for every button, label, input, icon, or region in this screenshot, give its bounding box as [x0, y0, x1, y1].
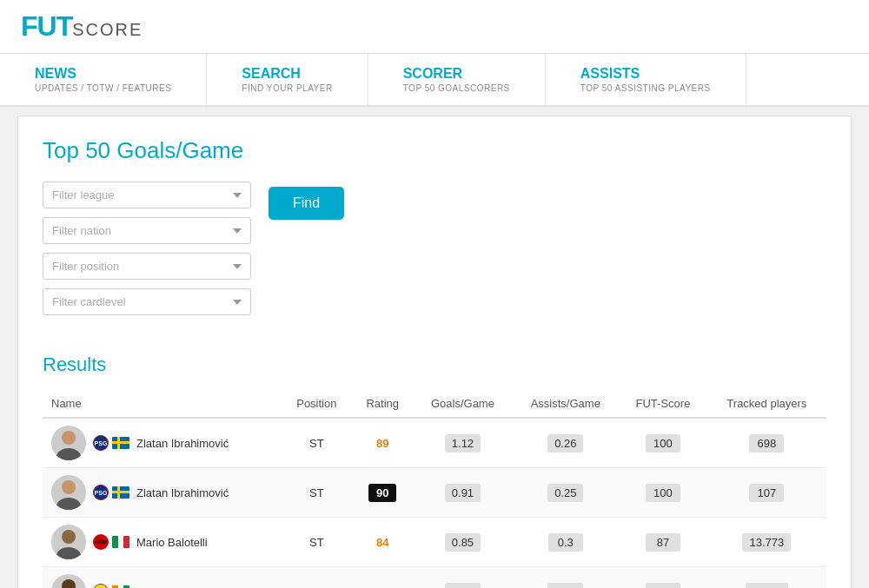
assists-game-badge: 0.25	[547, 484, 583, 502]
nav-item-assists[interactable]: ASSISTS TOP 50 ASSISTING PLAYERS	[546, 54, 746, 105]
flag-icon-se	[112, 437, 129, 449]
table-row: CHV Lacina Traoré ST 78 0.85 0.29 74 1.7…	[43, 567, 826, 589]
player-name: Mario Balotelli	[136, 536, 208, 549]
club-icon-acm: ACM	[93, 534, 109, 550]
position-cell: ST	[282, 468, 352, 518]
tracked-cell: 1.720	[707, 567, 826, 589]
svg-point-0	[62, 431, 76, 445]
position-cell: ST	[282, 418, 352, 468]
player-avatar	[51, 525, 86, 559]
tracked-badge: 1.720	[746, 583, 788, 589]
nav-sub-search: FIND YOUR PLAYER	[242, 83, 332, 93]
club-flag-group: ACM	[93, 534, 129, 550]
col-goals-game: Goals/Game	[413, 390, 512, 418]
main-content: Top 50 Goals/Game Filter league Filter n…	[17, 116, 852, 588]
filter-section: Filter league Filter nation Filter posit…	[43, 182, 826, 333]
nav-item-news[interactable]: NEWS UPDATES / TOTW / FEATURES	[0, 54, 207, 105]
tracked-cell: 698	[707, 418, 826, 468]
col-position: Position	[282, 390, 352, 418]
nav-sub-news: UPDATES / TOTW / FEATURES	[35, 83, 171, 93]
rating-badge: 90	[368, 484, 396, 502]
position-cell: ST	[282, 567, 352, 589]
goals-game-badge: 0.91	[445, 484, 481, 502]
club-icon-chv: CHV	[93, 584, 109, 588]
nav-item-search[interactable]: SEARCH FIND YOUR PLAYER	[207, 54, 368, 105]
nav-sub-scorer: TOP 50 GOALSCORERS	[403, 83, 510, 93]
header: FUT score	[0, 0, 869, 54]
table-row: PSG Zlatan Ibrahimović ST 89 1.12 0.26 1…	[43, 418, 826, 468]
player-avatar	[51, 426, 86, 460]
svg-point-5	[56, 547, 81, 559]
position-cell: ST	[282, 518, 352, 567]
club-icon-psg: PSG	[93, 435, 109, 451]
goals-game-badge: 0.85	[445, 533, 481, 552]
col-name: Name	[43, 390, 282, 418]
svg-point-3	[56, 498, 81, 510]
filters-column: Filter league Filter nation Filter posit…	[43, 182, 251, 315]
nav-title-scorer: SCORER	[403, 66, 510, 82]
nav-title-assists: ASSISTS	[580, 66, 711, 82]
col-tracked: Tracked players	[707, 390, 826, 418]
filter-nation-select[interactable]: Filter nation	[43, 217, 251, 244]
results-table: Name Position Rating Goals/Game Assists/…	[43, 390, 826, 588]
player-name-cell: CHV Lacina Traoré	[43, 567, 282, 589]
filter-league-select[interactable]: Filter league	[43, 182, 251, 208]
tracked-badge: 13.773	[742, 533, 791, 552]
rating-cell: 89	[352, 418, 414, 468]
nav-title-news: NEWS	[35, 66, 171, 82]
goals-game-cell: 1.12	[413, 418, 512, 468]
assists-game-badge: 0.26	[547, 434, 583, 453]
assists-game-cell: 0.29	[512, 567, 619, 589]
fut-score-badge: 100	[646, 484, 680, 502]
player-avatar	[51, 574, 86, 588]
goals-game-badge: 1.12	[445, 434, 481, 453]
svg-point-1	[56, 448, 81, 460]
club-icon-psg: PSG	[93, 485, 109, 500]
tracked-cell: 13.773	[707, 518, 826, 567]
player-name-cell: ACM Mario Balotelli	[43, 518, 282, 567]
nav-title-search: SEARCH	[242, 66, 332, 82]
fut-score-badge: 87	[646, 533, 680, 552]
player-name-cell: PSG Zlatan Ibrahimović	[43, 468, 282, 518]
nav-item-scorer[interactable]: SCORER TOP 50 GOALSCORERS	[368, 54, 546, 105]
assists-game-badge: 0.29	[547, 583, 583, 589]
rating-badge: 89	[368, 434, 396, 453]
player-name: Zlatan Ibrahimović	[136, 486, 229, 499]
flag-icon-it	[112, 536, 129, 548]
assists-game-cell: 0.25	[512, 468, 619, 518]
fut-score-cell: 100	[619, 468, 707, 518]
table-header-row: Name Position Rating Goals/Game Assists/…	[43, 390, 826, 418]
page-title: Top 50 Goals/Game	[43, 137, 826, 164]
main-nav: NEWS UPDATES / TOTW / FEATURES SEARCH FI…	[0, 54, 869, 107]
svg-point-4	[62, 530, 76, 544]
filter-position-select[interactable]: Filter position	[43, 253, 251, 280]
assists-game-badge: 0.3	[548, 533, 583, 552]
assists-game-cell: 0.26	[512, 418, 619, 468]
player-name: Lacina Traoré	[136, 585, 206, 589]
find-button[interactable]: Find	[269, 187, 344, 220]
fut-score-cell: 74	[619, 567, 707, 589]
goals-game-badge: 0.85	[445, 583, 481, 589]
tracked-badge: 698	[749, 434, 784, 453]
logo: FUT score	[21, 10, 848, 43]
logo-fut: FUT	[21, 10, 72, 43]
fut-score-cell: 87	[619, 518, 707, 567]
svg-point-2	[62, 480, 76, 494]
rating-badge: 78	[368, 583, 396, 589]
fut-score-badge: 74	[646, 583, 680, 589]
svg-point-6	[62, 579, 76, 588]
goals-game-cell: 0.91	[413, 468, 512, 518]
results-title: Results	[43, 353, 826, 376]
club-flag-group: CHV	[93, 584, 129, 588]
player-name: Zlatan Ibrahimović	[136, 437, 229, 450]
tracked-cell: 107	[707, 468, 826, 518]
table-row: PSG Zlatan Ibrahimović ST 90 0.91 0.25 1…	[43, 468, 826, 518]
rating-cell: 90	[352, 468, 414, 518]
player-name-cell: PSG Zlatan Ibrahimović	[43, 418, 282, 468]
goals-game-cell: 0.85	[413, 567, 512, 589]
logo-score: score	[72, 20, 143, 40]
club-flag-group: PSG	[93, 435, 129, 451]
flag-icon-se	[112, 486, 129, 499]
col-rating: Rating	[352, 390, 414, 418]
filter-cardlevel-select[interactable]: Filter cardlevel	[43, 288, 251, 315]
